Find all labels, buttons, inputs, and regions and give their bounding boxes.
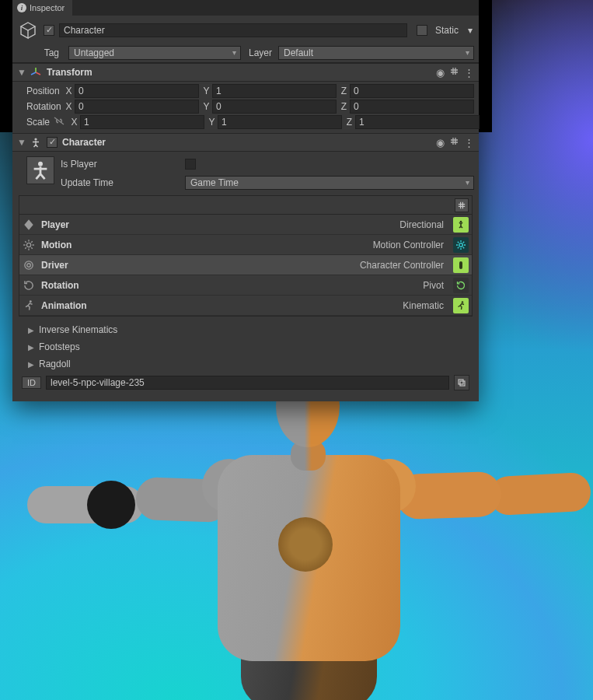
foldout-label: Ragdoll [39, 359, 71, 369]
foldout-arrow-icon[interactable]: ▼ [17, 67, 25, 78]
rotation-x-input[interactable] [75, 100, 199, 114]
config-value: Directional [133, 219, 447, 230]
character-id-input[interactable] [46, 376, 449, 390]
config-value: Character Controller [133, 260, 447, 271]
chevron-right-icon: ▶ [28, 343, 34, 352]
config-value: Pivot [133, 280, 447, 291]
character-icon-preview[interactable] [26, 156, 54, 184]
svg-point-7 [26, 243, 30, 247]
config-type-icon[interactable] [453, 237, 469, 253]
svg-line-3 [54, 117, 64, 124]
foldout-inverse-kinematics[interactable]: ▶Inverse Kinematics [17, 321, 474, 338]
svg-point-4 [34, 138, 37, 140]
position-label: Position [17, 86, 61, 96]
config-type-icon[interactable] [453, 298, 469, 313]
scale-z-input[interactable] [355, 115, 480, 129]
transform-icon [30, 66, 42, 79]
character-component-header[interactable]: ▼ Character ◉ ⋮ [12, 133, 479, 152]
config-settings-button[interactable] [455, 198, 469, 212]
preset-icon[interactable] [449, 136, 459, 149]
object-enabled-checkbox[interactable] [44, 25, 54, 36]
help-icon[interactable]: ◉ [436, 137, 445, 149]
config-name: Driver [41, 260, 127, 271]
character-id-row: ID [17, 373, 474, 397]
kebab-menu-icon[interactable]: ⋮ [464, 67, 474, 79]
preset-icon[interactable] [449, 66, 459, 79]
rotation-row: Rotation X Y Z [17, 99, 474, 114]
scale-row: Scale X Y Z [17, 114, 474, 130]
is-player-label: Is Player [61, 159, 185, 170]
inspector-tab[interactable]: i Inspector [12, 0, 72, 16]
config-type-icon[interactable] [453, 217, 469, 233]
transform-title: Transform [47, 67, 431, 78]
inspector-tab-bar: i Inspector [12, 0, 479, 16]
foldout-label: Inverse Kinematics [39, 324, 117, 335]
svg-point-10 [27, 263, 31, 267]
tag-value: Untagged [74, 47, 114, 58]
scale-y-input[interactable] [218, 115, 342, 129]
position-y-input[interactable] [212, 84, 337, 98]
chevron-right-icon: ▶ [28, 326, 34, 334]
config-name: Rotation [41, 280, 127, 291]
svg-point-8 [459, 243, 463, 247]
object-name-input[interactable] [59, 23, 407, 37]
is-player-checkbox[interactable] [185, 159, 196, 170]
position-row: Position X Y Z [17, 83, 474, 99]
inspector-window: i Inspector Static ▾ Tag Untagged Layer … [12, 0, 479, 401]
config-row-motion[interactable]: MotionMotion Controller [19, 235, 472, 255]
config-row-rotation[interactable]: RotationPivot [19, 275, 472, 296]
gameobject-icon[interactable] [17, 19, 39, 41]
foldout-label: Footsteps [39, 341, 80, 352]
svg-point-12 [30, 300, 32, 303]
update-time-label: Update Time [61, 177, 185, 188]
character-enabled-checkbox[interactable] [47, 137, 58, 148]
diamond-icon [23, 219, 35, 231]
help-icon[interactable]: ◉ [436, 67, 445, 79]
foldout-footsteps[interactable]: ▶Footsteps [17, 338, 474, 355]
rotation-y-input[interactable] [212, 100, 337, 114]
static-label: Static [435, 25, 459, 36]
foldout-ragdoll[interactable]: ▶Ragdoll [17, 355, 474, 373]
svg-point-6 [460, 220, 462, 222]
character-title: Character [62, 137, 431, 148]
run-icon [23, 299, 35, 312]
capsule-icon [23, 259, 35, 271]
position-z-input[interactable] [350, 84, 474, 98]
tag-dropdown[interactable]: Untagged [68, 46, 241, 60]
chevron-right-icon: ▶ [28, 360, 34, 369]
tag-layer-row: Tag Untagged Layer Default [12, 45, 479, 61]
character-config-list: PlayerDirectionalMotionMotion Controller… [19, 195, 473, 317]
static-checkbox[interactable] [417, 25, 427, 36]
transform-body: Position X Y Z Rotation X Y Z Scale [12, 82, 479, 133]
config-type-icon[interactable] [453, 257, 469, 273]
character-body: Is Player Update Time Game Time PlayerDi… [12, 152, 479, 401]
svg-line-2 [31, 72, 36, 75]
position-x-input[interactable] [75, 84, 199, 98]
constrain-proportions-icon[interactable] [53, 116, 65, 128]
scale-x-input[interactable] [80, 115, 204, 129]
rotate-icon [23, 279, 35, 292]
layer-label: Layer [244, 47, 275, 58]
copy-id-button[interactable] [454, 375, 469, 390]
info-icon: i [17, 3, 26, 12]
rotation-z-input[interactable] [350, 100, 474, 114]
kebab-menu-icon[interactable]: ⋮ [464, 137, 474, 149]
foldout-arrow-icon[interactable]: ▼ [17, 137, 25, 148]
svg-line-1 [36, 72, 40, 75]
layer-dropdown[interactable]: Default [278, 46, 474, 60]
gear-icon [23, 239, 35, 251]
config-row-animation[interactable]: AnimationKinematic [19, 296, 472, 316]
svg-rect-11 [459, 261, 462, 269]
svg-point-13 [462, 301, 464, 303]
layer-value: Default [284, 47, 313, 58]
update-time-value: Game Time [190, 177, 239, 188]
id-label: ID [22, 376, 41, 389]
config-row-driver[interactable]: DriverCharacter Controller [19, 255, 472, 275]
static-dropdown-icon[interactable]: ▾ [468, 25, 473, 36]
config-name: Animation [41, 300, 127, 311]
svg-point-5 [38, 162, 43, 166]
config-row-player[interactable]: PlayerDirectional [19, 215, 472, 235]
config-type-icon[interactable] [453, 278, 469, 293]
update-time-dropdown[interactable]: Game Time [185, 176, 474, 190]
transform-component-header[interactable]: ▼ Transform ◉ ⋮ [12, 63, 479, 82]
